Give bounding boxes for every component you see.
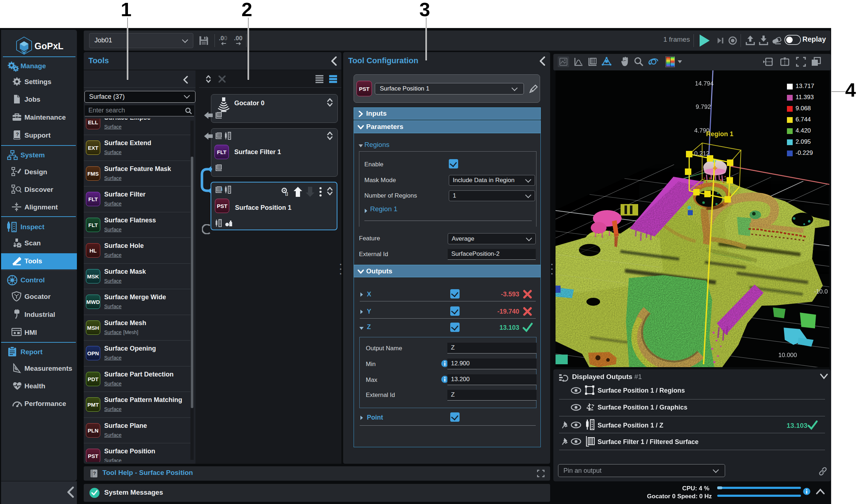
svg-text:[]: [] — [285, 191, 288, 196]
svg-text:?: ? — [93, 471, 96, 476]
svg-text:?: ? — [16, 131, 19, 137]
